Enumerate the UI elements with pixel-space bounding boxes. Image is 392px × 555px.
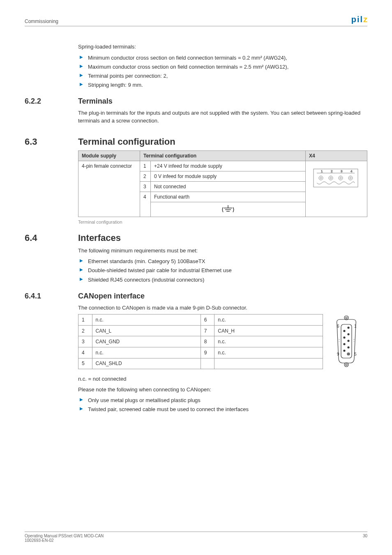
section-num: 6.4: [25, 233, 78, 243]
svg-text:4: 4: [350, 169, 353, 173]
cell-n: 2: [140, 171, 151, 181]
s641-item2: Twisted pair, screened cable must be use…: [78, 405, 367, 414]
pilz-logo: p i l z: [351, 15, 367, 24]
pin-num: 7: [201, 325, 214, 336]
dsub-label-5: 5: [354, 352, 357, 356]
pin-num: 5: [78, 358, 92, 369]
pin-num: 1: [78, 314, 92, 326]
functional-earth-icon-cell: [151, 202, 306, 217]
canopen-pin-table: 1 n.c. 6 n.c.: [78, 314, 367, 369]
s641-item2: Only use metal plugs or metallised plast…: [78, 396, 367, 405]
section-622-body: The plug-in terminals for the inputs and…: [25, 109, 367, 125]
svg-point-7: [320, 177, 322, 179]
svg-point-19: [346, 317, 347, 319]
s64-item: Ethernet standards (min. Category 5) 100…: [78, 257, 367, 266]
footer-left-line1: Operating Manual PSSnet GW1 MOD-CAN: [25, 534, 104, 538]
pin-name: n.c.: [214, 347, 323, 358]
cell-n: 4: [140, 192, 151, 217]
svg-point-13: [350, 177, 351, 179]
s641-list2: Only use metal plugs or metallised plast…: [78, 396, 367, 414]
intro-item: Terminal points per connection: 2,: [78, 72, 367, 81]
svg-point-26: [344, 337, 345, 338]
section-63-body: Module supply Terminal configuration X4 …: [25, 150, 367, 224]
section-num: 6.3: [25, 136, 78, 147]
pin-name: CAN_L: [92, 325, 201, 336]
svg-point-30: [344, 350, 345, 352]
intro-lead: Spring-loaded terminals:: [78, 43, 367, 51]
terminal-config-table: Module supply Terminal configuration X4 …: [78, 150, 367, 217]
cell-desc: 0 V infeed for module supply: [151, 171, 306, 181]
cell-desc: Functional earth: [151, 192, 306, 202]
svg-point-8: [329, 176, 333, 180]
svg-rect-22: [341, 324, 352, 358]
th-terminal-config: Terminal configuration: [140, 150, 306, 161]
logo-letter-l: l: [360, 15, 362, 24]
section-title: Interfaces: [78, 233, 121, 243]
th-x4: X4: [306, 150, 367, 161]
dsub-diagram-cell: 6 1 9 5 : :: [323, 314, 367, 369]
pin-name: CAN_SHLD: [92, 358, 201, 369]
footer-page-number: 30: [363, 534, 367, 543]
logo-letter-z: z: [363, 15, 367, 24]
svg-point-24: [344, 330, 345, 332]
footer-left-line2: 1002693-EN-02: [25, 538, 104, 543]
cell-desc: +24 V infeed for module supply: [151, 161, 306, 171]
pin-name: n.c.: [92, 347, 201, 358]
svg-text:1: 1: [321, 169, 323, 173]
section-622-heading: 6.2.2 Terminals: [25, 97, 367, 106]
svg-text::: :: [339, 338, 340, 342]
section-num: 6.4.1: [25, 292, 78, 301]
pin-num: [201, 358, 214, 369]
row-label: 4-pin female connector: [78, 161, 140, 217]
logo-letter-p: p: [351, 15, 356, 24]
pin-num: 2: [78, 325, 92, 336]
section-title: Terminal configuration: [78, 136, 175, 147]
svg-point-29: [348, 347, 349, 348]
intro-item: Minimum conductor cross section on field…: [78, 53, 367, 62]
svg-point-11: [340, 177, 341, 179]
dsub-label-6: 6: [337, 324, 339, 328]
pin-name: CAN_H: [214, 325, 323, 336]
svg-text::: :: [353, 338, 355, 342]
pin-name: n.c.: [214, 336, 323, 347]
terminal-config-caption: Terminal configuration: [78, 220, 367, 224]
section-num: 6.2.2: [25, 97, 78, 106]
svg-point-12: [348, 176, 353, 180]
intro-list: Minimum conductor cross section on field…: [78, 53, 367, 90]
dsub9-icon: 6 1 9 5 : :: [332, 314, 361, 368]
s641-lead: The connection to CANopen is made via a …: [78, 304, 367, 312]
pin-num: 9: [201, 347, 214, 358]
x4-connector-icon: 1 2 3 4: [309, 163, 362, 190]
logo-letter-i: i: [357, 15, 360, 24]
nc-note: n.c. = not connected: [78, 375, 367, 383]
pin-num: 8: [201, 336, 214, 347]
svg-point-25: [348, 333, 349, 335]
section-title: Terminals: [78, 97, 113, 106]
dsub-label-1: 1: [354, 324, 357, 328]
section-641-heading: 6.4.1 CANopen interface: [25, 292, 367, 301]
page-header: Commissioning p i l z: [25, 15, 367, 26]
cell-n: 3: [140, 181, 151, 192]
page-footer: Operating Manual PSSnet GW1 MOD-CAN 1002…: [25, 532, 367, 543]
cell-desc: Not connected: [151, 181, 306, 192]
intro-item: Maximum conductor cross section on field…: [78, 62, 367, 72]
section-641-body: The connection to CANopen is made via a …: [25, 304, 367, 414]
section-title: CANopen interface: [78, 292, 145, 301]
th-module-supply: Module supply: [78, 150, 140, 161]
svg-point-21: [346, 364, 347, 365]
pin-num: 6: [201, 314, 214, 326]
s641-lead2: Please note the following when connectin…: [78, 386, 367, 394]
svg-text:3: 3: [341, 169, 343, 173]
pin-name: CAN_GND: [92, 336, 201, 347]
section-63-heading: 6.3 Terminal configuration: [25, 136, 367, 147]
pin-name: n.c.: [214, 314, 323, 326]
cell-n: 1: [140, 161, 151, 171]
s64-lead: The following minimum requirements must …: [78, 247, 367, 255]
svg-point-23: [348, 327, 349, 328]
functional-earth-icon: [222, 204, 234, 213]
footer-left: Operating Manual PSSnet GW1 MOD-CAN 1002…: [25, 534, 104, 543]
svg-text:2: 2: [331, 169, 333, 173]
pin-name: n.c.: [92, 314, 201, 326]
intro-block: Spring-loaded terminals: Minimum conduct…: [25, 43, 367, 90]
svg-point-28: [344, 343, 345, 345]
